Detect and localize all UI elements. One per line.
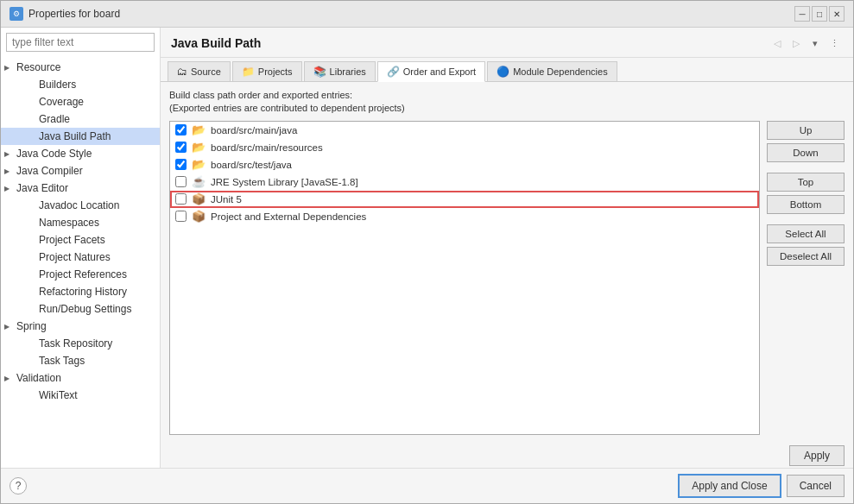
- tab-module-dependencies[interactable]: 🔵Module Dependencies: [487, 61, 617, 81]
- bottom-button[interactable]: Bottom: [767, 195, 845, 214]
- sidebar-label-resource: Resource: [16, 61, 60, 73]
- entry-label-3: JRE System Library [JavaSE-1.8]: [211, 177, 358, 187]
- sidebar-label-project-natures: Project Natures: [39, 251, 111, 263]
- sidebar: ▶Resource Builders Coverage Gradle Java …: [1, 28, 161, 468]
- entry-label-4: JUnit 5: [211, 194, 242, 205]
- sidebar-label-validation: Validation: [16, 372, 61, 384]
- checkbox-3[interactable]: [175, 176, 187, 187]
- top-button[interactable]: Top: [767, 173, 845, 192]
- tree-no-arrow-project-facets: [11, 236, 20, 244]
- tab-source[interactable]: 🗂Source: [168, 61, 231, 81]
- sidebar-item-resource[interactable]: ▶Resource: [1, 59, 160, 76]
- tree-no-arrow-javadoc-location: [11, 202, 20, 210]
- sidebar-item-gradle[interactable]: Gradle: [1, 110, 160, 128]
- checkbox-5[interactable]: [175, 211, 187, 222]
- filter-input[interactable]: [6, 33, 155, 52]
- sidebar-label-spring: Spring: [16, 320, 47, 332]
- back-button[interactable]: ◁: [769, 35, 786, 52]
- sidebar-item-project-natures[interactable]: Project Natures: [1, 249, 160, 266]
- list-item-4[interactable]: 📦 JUnit 5: [170, 191, 759, 208]
- tree-no-arrow-builders: [11, 81, 20, 89]
- list-item-1[interactable]: 📂 board/src/main/resources: [170, 139, 759, 156]
- sidebar-item-project-facets[interactable]: Project Facets: [1, 231, 160, 249]
- apply-and-close-button[interactable]: Apply and Close: [678, 474, 781, 498]
- panel-header: Java Build Path ◁ ▷ ▾ ⋮: [161, 28, 853, 58]
- sidebar-item-java-compiler[interactable]: ▶Java Compiler: [1, 162, 160, 180]
- sidebar-item-namespaces[interactable]: Namespaces: [1, 214, 160, 231]
- entry-label-2: board/src/test/java: [211, 160, 292, 170]
- minimize-button[interactable]: ─: [794, 6, 810, 22]
- checkbox-0[interactable]: [175, 124, 187, 135]
- sidebar-item-javadoc-location[interactable]: Javadoc Location: [1, 197, 160, 214]
- sidebar-item-project-references[interactable]: Project References: [1, 266, 160, 283]
- sidebar-label-task-repository: Task Repository: [39, 337, 112, 350]
- tree-no-arrow-task-repository: [11, 340, 20, 348]
- tree-no-arrow-run-debug-settings: [11, 306, 20, 313]
- close-button[interactable]: ✕: [829, 6, 845, 22]
- apply-button[interactable]: Apply: [789, 445, 845, 466]
- help-button[interactable]: ?: [9, 477, 27, 495]
- apply-area: Apply: [161, 442, 853, 468]
- sidebar-item-wikitext[interactable]: WikiText: [1, 387, 160, 404]
- checkbox-2[interactable]: [175, 159, 187, 170]
- deselect-all-button[interactable]: Deselect All: [767, 247, 845, 266]
- tab-projects[interactable]: 📁Projects: [232, 61, 302, 81]
- list-item-0[interactable]: 📂 board/src/main/java: [170, 122, 759, 139]
- tab-order-export[interactable]: 🔗Order and Export: [377, 61, 485, 82]
- tabs-bar: 🗂Source📁Projects📚Libraries🔗Order and Exp…: [161, 58, 853, 82]
- select-all-button[interactable]: Select All: [767, 224, 845, 243]
- tree-no-arrow-task-tags: [11, 357, 20, 365]
- sidebar-item-validation[interactable]: ▶Validation: [1, 369, 160, 387]
- sidebar-item-spring[interactable]: ▶Spring: [1, 318, 160, 335]
- sidebar-item-builders[interactable]: Builders: [1, 76, 160, 93]
- down-button[interactable]: Down: [767, 143, 845, 162]
- sidebar-item-java-editor[interactable]: ▶Java Editor: [1, 180, 160, 197]
- tree-no-arrow-project-natures: [11, 254, 20, 261]
- menu-button[interactable]: ▾: [807, 35, 824, 52]
- tab-libraries[interactable]: 📚Libraries: [304, 61, 376, 81]
- sidebar-item-run-debug-settings[interactable]: Run/Debug Settings: [1, 300, 160, 318]
- dialog-title: Properties for board: [28, 8, 120, 20]
- cancel-button[interactable]: Cancel: [787, 475, 845, 497]
- sidebar-label-wikitext: WikiText: [39, 389, 78, 401]
- maximize-button[interactable]: □: [812, 6, 827, 22]
- checkbox-4[interactable]: [175, 193, 187, 205]
- up-button[interactable]: Up: [767, 121, 845, 140]
- tree-arrow-spring: ▶: [4, 323, 13, 331]
- sidebar-item-coverage[interactable]: Coverage: [1, 93, 160, 110]
- nav-arrows: ◁ ▷ ▾ ⋮: [769, 35, 843, 52]
- side-buttons: Up Down Top Bottom Select All Deselect A…: [767, 121, 845, 435]
- title-bar-left: ⚙ Properties for board: [9, 7, 120, 21]
- list-item-2[interactable]: 📂 board/src/test/java: [170, 156, 759, 173]
- sidebar-label-coverage: Coverage: [39, 96, 84, 108]
- tab-icon-projects: 📁: [242, 66, 255, 78]
- forward-button[interactable]: ▷: [788, 35, 805, 52]
- entry-label-0: board/src/main/java: [211, 125, 297, 135]
- tree-arrow-validation: ▶: [4, 375, 13, 382]
- tree-no-arrow-gradle: [11, 116, 20, 123]
- list-item-3[interactable]: ☕ JRE System Library [JavaSE-1.8]: [170, 173, 759, 191]
- sidebar-item-refactoring-history[interactable]: Refactoring History: [1, 283, 160, 300]
- sidebar-item-java-build-path[interactable]: Java Build Path: [1, 128, 160, 145]
- sidebar-label-run-debug-settings: Run/Debug Settings: [39, 303, 131, 315]
- sidebar-label-builders: Builders: [39, 79, 76, 91]
- desc-line1: Build class path order and exported entr…: [169, 89, 845, 102]
- entry-label-5: Project and External Dependencies: [211, 211, 366, 222]
- sidebar-label-javadoc-location: Javadoc Location: [39, 199, 119, 211]
- sidebar-item-task-tags[interactable]: Task Tags: [1, 352, 160, 369]
- panel-menu-button[interactable]: ⋮: [826, 35, 843, 52]
- sidebar-label-java-editor: Java Editor: [16, 182, 68, 194]
- dialog-window: ⚙ Properties for board ─ □ ✕ ▶Resource B…: [0, 0, 854, 504]
- lib-folder-icon: 📦: [192, 192, 206, 206]
- sidebar-item-java-code-style[interactable]: ▶Java Code Style: [1, 145, 160, 162]
- dialog-footer: ? Apply and Close Cancel: [1, 468, 853, 503]
- tree-no-arrow-coverage: [11, 98, 20, 106]
- tab-label-libraries: Libraries: [330, 66, 366, 77]
- sidebar-label-java-code-style: Java Code Style: [16, 148, 92, 160]
- checkbox-1[interactable]: [175, 142, 187, 153]
- sidebar-item-task-repository[interactable]: Task Repository: [1, 335, 160, 352]
- tree-arrow-java-code-style: ▶: [4, 150, 13, 158]
- tab-label-module-dependencies: Module Dependencies: [513, 66, 607, 77]
- list-item-5[interactable]: 📦 Project and External Dependencies: [170, 208, 759, 225]
- tab-label-projects: Projects: [258, 66, 293, 77]
